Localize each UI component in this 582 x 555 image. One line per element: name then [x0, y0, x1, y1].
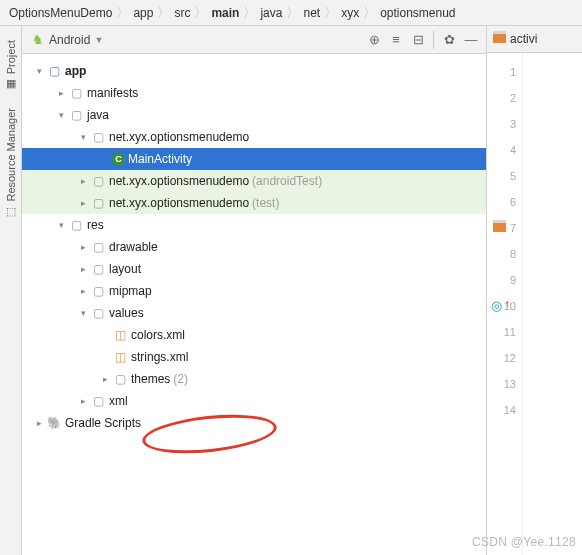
gutter-line[interactable]: 6	[487, 189, 522, 215]
tree-twisty-icon[interactable]: ▸	[76, 396, 90, 406]
folder-icon: ▢	[68, 108, 84, 122]
breadcrumb-item[interactable]: xyx	[338, 6, 362, 20]
line-number: 6	[510, 196, 516, 208]
tree-twisty-icon[interactable]: ▸	[32, 418, 46, 428]
view-selector[interactable]: ♞ Android ▼	[32, 32, 103, 47]
hide-icon[interactable]: —	[462, 31, 480, 49]
chevron-right-icon: 〉	[193, 4, 208, 22]
gutter-line[interactable]: 4	[487, 137, 522, 163]
tree-node-label: drawable	[109, 240, 158, 254]
breadcrumb-item[interactable]: net	[300, 6, 323, 20]
tree-node[interactable]: ▸🐘Gradle Scripts	[22, 412, 486, 434]
watermark: CSDN @Yee.1128	[472, 535, 576, 549]
chevron-down-icon: ▼	[94, 35, 103, 45]
tree-node[interactable]: ▾▢res	[22, 214, 486, 236]
select-opened-icon[interactable]: ⊕	[365, 31, 383, 49]
tree-node[interactable]: ▾▢net.xyx.optionsmenudemo	[22, 126, 486, 148]
tree-node-label: layout	[109, 262, 141, 276]
breadcrumb-item[interactable]: OptionsMenuDemo	[6, 6, 115, 20]
tree-node[interactable]: ◫strings.xml	[22, 346, 486, 368]
pkg-icon: ▢	[90, 130, 106, 144]
tree-node-label: net.xyx.optionsmenudemo	[109, 196, 249, 210]
pkg-icon: ▢	[90, 174, 106, 188]
tree-twisty-icon[interactable]: ▸	[54, 88, 68, 98]
tree-twisty-icon[interactable]: ▸	[76, 242, 90, 252]
tree-node[interactable]: ◫colors.xml	[22, 324, 486, 346]
gutter-line[interactable]: 5	[487, 163, 522, 189]
editor-gutter[interactable]: 123456789◎1011121314	[487, 53, 523, 555]
tree-node[interactable]: ▸▢themes(2)	[22, 368, 486, 390]
editor-tab-activity[interactable]: activi	[493, 32, 537, 46]
breadcrumb-item[interactable]: app	[130, 6, 156, 20]
breadcrumb-item[interactable]: java	[257, 6, 285, 20]
line-number: 12	[504, 352, 516, 364]
tree-node[interactable]: ▸▢mipmap	[22, 280, 486, 302]
project-tree[interactable]: ▾▢app▸▢manifests▾▢java▾▢net.xyx.optionsm…	[22, 54, 486, 440]
gutter-line[interactable]: 8	[487, 241, 522, 267]
xml-icon: ◫	[112, 328, 128, 342]
tree-node-label: res	[87, 218, 104, 232]
gutter-line[interactable]: 14	[487, 397, 522, 423]
tree-twisty-icon[interactable]: ▸	[76, 198, 90, 208]
expand-icon[interactable]: ≡	[387, 31, 405, 49]
tree-twisty-icon[interactable]: ▾	[54, 110, 68, 120]
gutter-xml-icon[interactable]	[493, 223, 506, 232]
tree-node[interactable]: ▸▢layout	[22, 258, 486, 280]
gutter-line[interactable]: ◎10	[487, 293, 522, 319]
chevron-right-icon: 〉	[242, 4, 257, 22]
side-tab-project[interactable]: ▦ Project	[5, 40, 17, 90]
collapse-icon[interactable]: ⊟	[409, 31, 427, 49]
gradle-icon: 🐘	[46, 416, 62, 430]
chevron-right-icon: 〉	[362, 4, 377, 22]
line-number: 1	[510, 66, 516, 78]
gutter-line[interactable]: 13	[487, 371, 522, 397]
breadcrumb-item[interactable]: optionsmenud	[377, 6, 458, 20]
editor-body[interactable]	[523, 53, 582, 555]
tree-node[interactable]: CMainActivity	[22, 148, 486, 170]
tree-twisty-icon[interactable]: ▾	[76, 132, 90, 142]
gutter-line[interactable]: 1	[487, 59, 522, 85]
folder-icon: ▢	[90, 262, 106, 276]
resource-icon: ⬚	[6, 205, 16, 218]
breadcrumb-item[interactable]: main	[208, 6, 242, 20]
project-tree-panel: ♞ Android ▼ ⊕ ≡ ⊟ ✿ — ▾▢app▸▢manifests▾▢…	[22, 26, 487, 555]
tree-node[interactable]: ▾▢app	[22, 60, 486, 82]
tree-twisty-icon[interactable]: ▾	[32, 66, 46, 76]
folder-icon: ▢	[68, 86, 84, 100]
gutter-line[interactable]: 2	[487, 85, 522, 111]
breadcrumb-item[interactable]: src	[171, 6, 193, 20]
folder-mod-icon: ▢	[46, 64, 62, 78]
tree-node[interactable]: ▸▢manifests	[22, 82, 486, 104]
gutter-line[interactable]: 12	[487, 345, 522, 371]
gear-icon[interactable]: ✿	[440, 31, 458, 49]
tree-node-label: app	[65, 64, 86, 78]
side-tab-resource-manager[interactable]: ⬚ Resource Manager	[5, 108, 17, 218]
tree-node[interactable]: ▾▢java	[22, 104, 486, 126]
tree-node-label: java	[87, 108, 109, 122]
tree-twisty-icon[interactable]: ▸	[76, 264, 90, 274]
chevron-right-icon: 〉	[323, 4, 338, 22]
gutter-line[interactable]: 3	[487, 111, 522, 137]
line-number: 2	[510, 92, 516, 104]
tree-twisty-icon[interactable]: ▸	[76, 286, 90, 296]
tree-twisty-icon[interactable]: ▾	[54, 220, 68, 230]
chevron-right-icon: 〉	[115, 4, 130, 22]
tree-node-label: themes	[131, 372, 170, 386]
xml-icon: ◫	[112, 350, 128, 364]
side-tab-label: Project	[5, 40, 17, 74]
tree-node[interactable]: ▸▢net.xyx.optionsmenudemo(androidTest)	[22, 170, 486, 192]
tree-twisty-icon[interactable]: ▾	[76, 308, 90, 318]
tree-node[interactable]: ▸▢drawable	[22, 236, 486, 258]
android-icon: ♞	[32, 32, 44, 47]
tree-twisty-icon[interactable]: ▸	[76, 176, 90, 186]
tree-node[interactable]: ▸▢xml	[22, 390, 486, 412]
tree-header: ♞ Android ▼ ⊕ ≡ ⊟ ✿ —	[22, 26, 486, 54]
folder-icon: ▢	[90, 284, 106, 298]
gutter-line[interactable]: 9	[487, 267, 522, 293]
tree-twisty-icon[interactable]: ▸	[98, 374, 112, 384]
gutter-target-icon[interactable]: ◎	[491, 298, 502, 313]
tree-node[interactable]: ▸▢net.xyx.optionsmenudemo(test)	[22, 192, 486, 214]
gutter-line[interactable]: 7	[487, 215, 522, 241]
gutter-line[interactable]: 11	[487, 319, 522, 345]
tree-node[interactable]: ▾▢values	[22, 302, 486, 324]
